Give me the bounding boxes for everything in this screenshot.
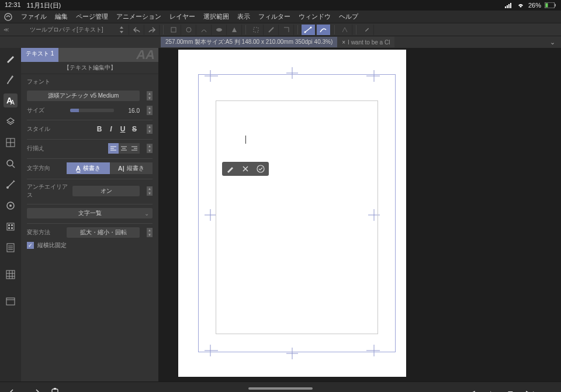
redo-bottom-icon[interactable]: [29, 388, 41, 393]
svg-point-13: [310, 26, 312, 28]
search-icon[interactable]: [4, 157, 18, 171]
bold-button[interactable]: B: [94, 124, 105, 134]
tool-icon-2[interactable]: [182, 25, 196, 35]
page-icon[interactable]: [4, 241, 18, 255]
menu-help[interactable]: ヘルプ: [339, 12, 358, 21]
menu-edit[interactable]: 編集: [55, 12, 68, 21]
layers-icon[interactable]: [4, 115, 18, 129]
size-slider[interactable]: [70, 109, 114, 112]
up-icon[interactable]: ▲: [487, 388, 495, 393]
document-tab-bar: 257.00mm 製本サイズ:A5 判 148.00 x 210.00mm 35…: [0, 36, 561, 48]
svg-rect-2: [508, 4, 510, 8]
status-date: 11月1日(日): [27, 1, 61, 10]
document-tab-active[interactable]: 257.00mm 製本サイズ:A5 判 148.00 x 210.00mm 35…: [161, 37, 337, 47]
calc-icon[interactable]: [4, 220, 18, 234]
curve-tool-icon[interactable]: [317, 25, 331, 35]
app-logo-icon[interactable]: [4, 12, 13, 22]
aa-spinner[interactable]: ▲▼: [147, 186, 153, 196]
direction-label: 文字方向: [27, 164, 62, 172]
chevron-down-icon[interactable]: ⌄: [544, 39, 561, 46]
document-tab-2[interactable]: × I want to be a Cl: [337, 37, 394, 47]
tool-icon-1[interactable]: [167, 25, 181, 35]
next-page-icon[interactable]: ▶|: [526, 388, 534, 393]
text-tool-icon[interactable]: AA: [4, 93, 18, 107]
material-icon[interactable]: [4, 199, 18, 213]
horizontal-button[interactable]: A̲ 横書き: [67, 162, 110, 174]
subtool-preview: AA: [58, 48, 158, 62]
tool-icon-5[interactable]: [228, 25, 242, 35]
wrench-icon[interactable]: [360, 25, 374, 35]
transform-label: 変形方法: [27, 228, 62, 237]
align-label: 行揃え: [27, 144, 62, 152]
tool-icon-4[interactable]: [213, 25, 227, 35]
menu-file[interactable]: ファイル: [21, 12, 47, 21]
clipboard-icon[interactable]: [50, 388, 60, 393]
undo-icon[interactable]: [130, 25, 144, 35]
font-select[interactable]: 源暎アンチック v5 Medium: [27, 91, 140, 101]
svg-rect-6: [555, 4, 556, 6]
transform-spinner[interactable]: ▲▼: [147, 228, 153, 237]
chevron-down-bottom-icon[interactable]: ⌄: [546, 388, 553, 393]
tool-icon-6[interactable]: [250, 25, 264, 35]
grid-icon[interactable]: [4, 136, 18, 150]
down-icon[interactable]: ▼: [507, 388, 515, 393]
subtool-tab[interactable]: テキスト 1: [21, 48, 58, 62]
menu-page[interactable]: ページ管理: [76, 12, 108, 21]
brush-tool-icon[interactable]: [4, 72, 18, 86]
toolbar-row: ≪ ツールプロパティ[テキスト]: [0, 23, 561, 36]
antialias-select[interactable]: オン: [72, 186, 140, 196]
align-right-button[interactable]: [129, 143, 140, 154]
underline-button[interactable]: U: [117, 124, 128, 134]
menu-window[interactable]: ウィンドウ: [299, 12, 331, 21]
redo-icon[interactable]: [146, 25, 160, 35]
quick-access-icon[interactable]: [4, 178, 18, 192]
edit-icon[interactable]: [226, 164, 235, 174]
svg-point-12: [304, 31, 306, 33]
strike-button[interactable]: S: [129, 124, 140, 134]
tool-icon-3[interactable]: [198, 25, 212, 35]
svg-rect-33: [6, 270, 15, 279]
align-spinner[interactable]: ▲▼: [147, 144, 153, 153]
svg-point-9: [186, 27, 191, 32]
menu-selection[interactable]: 選択範囲: [203, 12, 229, 21]
size-spinner[interactable]: ▲▼: [147, 106, 153, 115]
table-icon[interactable]: [4, 268, 18, 282]
svg-point-19: [7, 160, 13, 166]
menu-animation[interactable]: アニメーション: [116, 12, 161, 21]
svg-point-10: [216, 28, 222, 32]
tool-icon-7[interactable]: [265, 25, 279, 35]
confirm-icon[interactable]: [256, 164, 265, 174]
svg-rect-3: [510, 3, 511, 8]
style-spinner[interactable]: ▲▼: [147, 124, 153, 134]
menu-layer[interactable]: レイヤー: [169, 12, 195, 21]
svg-rect-11: [254, 27, 258, 32]
italic-button[interactable]: I: [106, 124, 116, 134]
align-left-button[interactable]: [108, 143, 119, 154]
battery-percent: 26%: [528, 2, 541, 9]
home-indicator[interactable]: [248, 387, 313, 390]
pen-tool-icon[interactable]: [4, 51, 18, 65]
undo-bottom-icon[interactable]: [8, 388, 20, 393]
menu-filter[interactable]: フィルター: [258, 12, 290, 21]
canvas-area[interactable]: [158, 48, 561, 381]
window-icon[interactable]: [4, 294, 18, 308]
cancel-icon[interactable]: [241, 164, 250, 174]
prev-page-icon[interactable]: ◀: [469, 388, 475, 393]
size-value[interactable]: 16.0: [122, 107, 140, 114]
line-tool-icon[interactable]: [302, 25, 316, 35]
tool-icon-8[interactable]: [280, 25, 294, 35]
vertical-button[interactable]: A| 縦書き: [110, 162, 153, 174]
align-center-button[interactable]: [119, 143, 129, 154]
ios-status-bar: 12:31 11月1日(日) 26%: [0, 0, 561, 11]
svg-rect-25: [8, 224, 10, 226]
menu-view[interactable]: 表示: [237, 12, 250, 21]
font-spinner[interactable]: ▲▼: [147, 91, 153, 100]
close-icon[interactable]: ×: [342, 39, 345, 46]
tool-icon-9[interactable]: [338, 25, 352, 35]
aspect-lock-checkbox[interactable]: ✓: [27, 242, 34, 249]
chevron-left-icon[interactable]: ≪: [0, 27, 12, 33]
updown-icon[interactable]: [115, 25, 129, 35]
svg-point-23: [9, 204, 12, 207]
char-list-button[interactable]: 文字一覧⌄: [27, 208, 153, 218]
transform-select[interactable]: 拡大・縮小・回転: [67, 227, 140, 238]
